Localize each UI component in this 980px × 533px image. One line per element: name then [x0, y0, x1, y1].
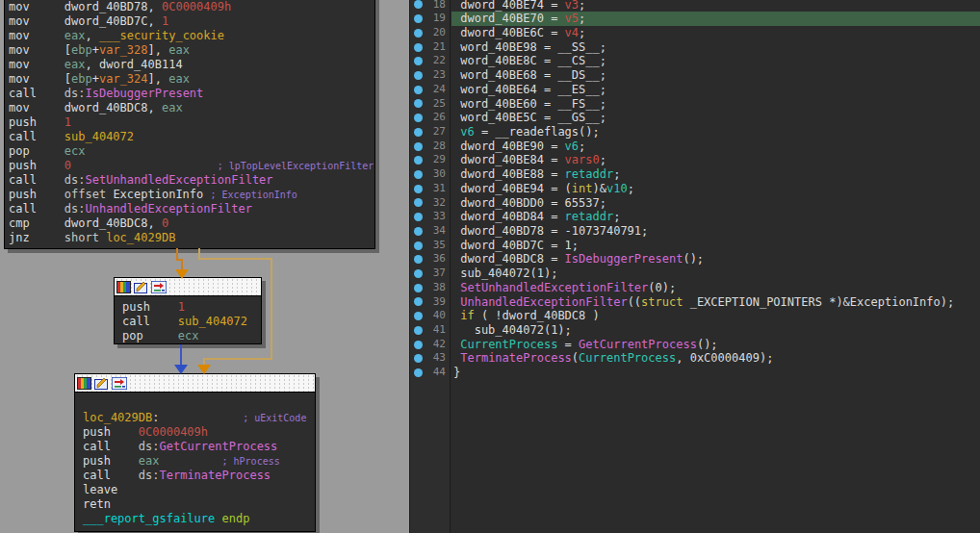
line-marker-dot — [414, 269, 423, 278]
line-number: 40 — [423, 309, 451, 323]
asm-line[interactable]: push 0C0000409h — [83, 425, 315, 440]
asm-line[interactable]: call ds:GetCurrentProcess — [83, 440, 315, 454]
asm-line[interactable]: push offset ExceptionInfo ; ExceptionInf… — [9, 188, 374, 202]
pseudocode-line[interactable]: 27 v6 = __readeflags(); — [410, 125, 980, 140]
pseudocode-text: TerminateProcess(CurrentProcess, 0xC0000… — [451, 351, 980, 366]
pseudocode-text: dword_40BDD0 = 65537; — [451, 196, 980, 211]
line-number: 30 — [423, 167, 451, 182]
pseudocode-line[interactable]: 30 dword_40BE88 = retaddr; — [410, 167, 980, 182]
pseudocode-line[interactable]: 22 word_40BE8C = __CS__; — [410, 54, 980, 68]
pseudocode-line[interactable]: 25 word_40BE60 = __FS__; — [410, 97, 980, 112]
asm-line[interactable]: retn — [83, 497, 315, 512]
pseudocode-line[interactable]: 41 sub_404072(1); — [410, 323, 980, 338]
pseudocode-pane[interactable]: 18 dword_40BE74 = v3;19 dword_40BE70 = v… — [409, 0, 980, 533]
asm-line[interactable]: call ds:UnhandledExceptionFilter — [9, 202, 374, 216]
asm-line[interactable]: cmp dword_40BDC8, 0 — [9, 216, 374, 231]
pseudocode-line[interactable]: 35 dword_40BD7C = 1; — [410, 239, 980, 253]
pseudocode-text: word_40BE5C = __GS__; — [451, 111, 980, 125]
line-marker-dot — [414, 368, 423, 377]
pseudocode-text: CurrentProcess = GetCurrentProcess(); — [451, 338, 980, 352]
asm-line[interactable]: call sub_404072 — [9, 130, 374, 144]
line-marker-dot — [414, 57, 423, 65]
pseudocode-line[interactable]: 42 CurrentProcess = GetCurrentProcess(); — [410, 338, 980, 352]
asm-line[interactable]: leave — [83, 483, 315, 497]
line-marker-dot — [414, 99, 423, 108]
pseudocode-line[interactable]: 33 dword_40BD84 = retaddr; — [410, 210, 980, 224]
asm-line[interactable]: jnz short loc_4029DB — [9, 231, 374, 245]
line-number: 29 — [423, 153, 451, 167]
asm-line[interactable]: ___report_gsfailure endp — [83, 512, 315, 526]
edit-pencil-icon[interactable] — [134, 281, 148, 293]
line-marker-dot — [414, 213, 423, 221]
node-color-palette-icon[interactable] — [77, 377, 91, 390]
pseudocode-text: dword_40BE6C = v4; — [451, 26, 980, 40]
pseudocode-text: dword_40BE70 = v5; — [451, 12, 980, 26]
pseudocode-line[interactable]: 40 if ( !dword_40BDC8 ) — [410, 309, 980, 323]
pseudocode-line[interactable]: 29 dword_40BE84 = vars0; — [410, 153, 980, 167]
line-marker-dot — [414, 0, 423, 9]
asm-line[interactable]: mov [ebp+var_324], eax — [9, 72, 374, 87]
pseudocode-text: word_40BE64 = __ES__; — [451, 83, 980, 97]
graph-node-entry-block[interactable]: mov dword_40BD78, 0C0000409hmov dword_40… — [4, 0, 375, 249]
pseudocode-line[interactable]: 37 sub_404072(1); — [410, 266, 980, 281]
line-number: 18 — [423, 0, 451, 12]
asm-line[interactable]: pop ecx — [122, 329, 261, 343]
line-marker-dot — [414, 284, 423, 292]
pseudocode-line[interactable]: 21 word_40BE98 = __SS__; — [410, 40, 980, 55]
graph-node-exit-block[interactable]: loc_4029DB: ; uExitCodepush 0C0000409hca… — [74, 373, 316, 532]
pseudocode-line[interactable]: 20 dword_40BE6C = v4; — [410, 26, 980, 40]
asm-line[interactable]: loc_4029DB: ; uExitCode — [83, 411, 315, 425]
edit-pencil-icon[interactable] — [94, 377, 109, 390]
group-nodes-icon[interactable] — [112, 377, 127, 390]
asm-line[interactable]: pop ecx — [9, 144, 374, 159]
asm-line[interactable] — [83, 396, 315, 411]
line-number: 38 — [423, 281, 451, 295]
line-marker-dot — [414, 156, 423, 165]
asm-line[interactable]: call sub_404072 — [122, 315, 261, 329]
asm-line[interactable]: call ds:TerminateProcess — [83, 469, 315, 483]
asm-line[interactable]: push 1 — [9, 115, 374, 130]
pseudocode-line[interactable]: 26 word_40BE5C = __GS__; — [410, 111, 980, 125]
asm-line[interactable]: mov dword_40BD7C, 1 — [9, 14, 374, 29]
asm-line[interactable]: mov dword_40BD78, 0C0000409h — [9, 0, 374, 14]
pseudocode-line[interactable]: 18 dword_40BE74 = v3; — [410, 0, 980, 12]
line-number: 21 — [423, 40, 451, 55]
line-number: 43 — [423, 351, 451, 366]
line-number: 22 — [423, 54, 451, 68]
pseudocode-line[interactable]: 36 dword_40BDC8 = IsDebuggerPresent(); — [410, 252, 980, 266]
asm-line[interactable]: mov eax, ___security_cookie — [9, 29, 374, 43]
graph-view-pane[interactable]: mov dword_40BD78, 0C0000409hmov dword_40… — [0, 0, 409, 533]
pseudocode-text: v6 = __readeflags(); — [451, 125, 980, 140]
asm-line[interactable]: mov [ebp+var_328], eax — [9, 43, 374, 58]
asm-line[interactable]: mov eax, dword_40B114 — [9, 58, 374, 72]
asm-line[interactable]: mov dword_40BDC8, eax — [9, 101, 374, 115]
pseudocode-line-highlighted[interactable]: 19 dword_40BE70 = v5; — [410, 12, 980, 26]
line-number: 36 — [423, 252, 451, 266]
line-number: 25 — [423, 97, 451, 112]
pseudocode-line[interactable]: 44} — [410, 366, 980, 380]
graph-node-middle-block[interactable]: push 1call sub_404072pop ecx — [114, 277, 262, 344]
line-marker-dot — [414, 185, 423, 193]
node-color-palette-icon[interactable] — [116, 281, 131, 293]
pseudocode-line[interactable]: 38 SetUnhandledExceptionFilter(0); — [410, 281, 980, 295]
pseudocode-text: sub_404072(1); — [451, 323, 980, 338]
pseudocode-line[interactable]: 28 dword_40BE90 = v6; — [410, 140, 980, 154]
line-marker-dot — [414, 354, 423, 363]
pseudocode-line[interactable]: 24 word_40BE64 = __ES__; — [410, 83, 980, 97]
asm-line[interactable]: push 0 ; lpTopLevelExceptionFilter — [9, 159, 374, 173]
pseudocode-text: } — [451, 366, 980, 380]
line-marker-dot — [414, 227, 423, 236]
asm-line[interactable]: call ds:IsDebuggerPresent — [9, 87, 374, 101]
pseudocode-line[interactable]: 34 dword_40BD78 = -1073740791; — [410, 224, 980, 239]
pseudocode-line[interactable]: 31 dword_40BE94 = (int)&v10; — [410, 182, 980, 196]
asm-line[interactable]: push 1 — [122, 300, 261, 315]
pseudocode-line[interactable]: 43 TerminateProcess(CurrentProcess, 0xC0… — [410, 351, 980, 366]
group-nodes-icon[interactable] — [151, 281, 167, 293]
pseudocode-line[interactable]: 23 word_40BE68 = __DS__; — [410, 68, 980, 83]
pseudocode-line[interactable]: 32 dword_40BDD0 = 65537; — [410, 196, 980, 211]
pseudocode-text: word_40BE60 = __FS__; — [451, 97, 980, 112]
asm-line[interactable]: push eax ; hProcess — [83, 454, 315, 469]
pseudocode-line[interactable]: 39 UnhandledExceptionFilter((struct _EXC… — [410, 295, 980, 310]
asm-line[interactable]: call ds:SetUnhandledExceptionFilter — [9, 173, 374, 188]
pseudocode-text: sub_404072(1); — [451, 266, 980, 281]
